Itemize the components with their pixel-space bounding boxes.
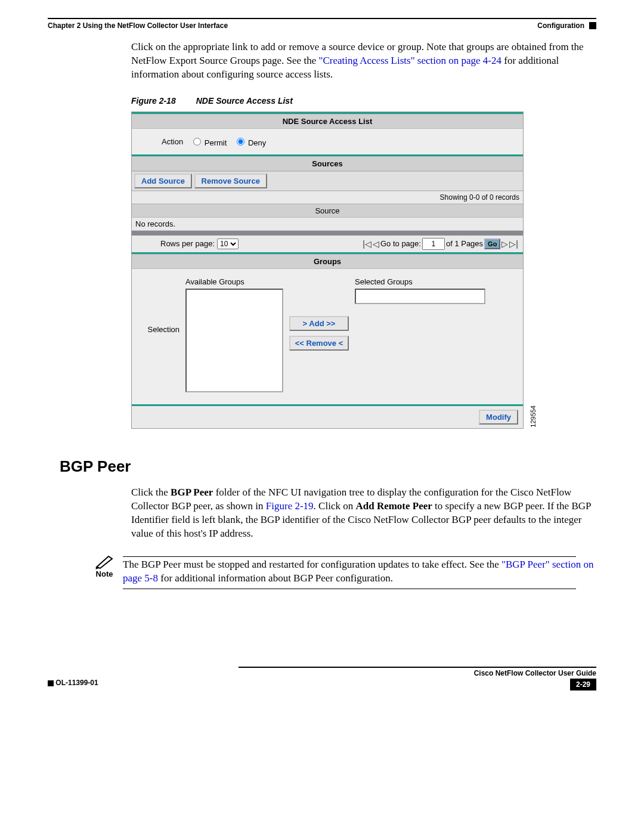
goto-page-input[interactable] <box>422 238 445 250</box>
source-column-header: Source <box>132 204 523 218</box>
next-page-icon[interactable]: ▷ <box>501 239 508 249</box>
note-label: Note <box>96 569 113 578</box>
header-section: Configuration <box>537 21 584 30</box>
section-heading-bgp-peer: BGP Peer <box>60 457 596 476</box>
figure-2-19-link[interactable]: Figure 2-19 <box>266 500 314 512</box>
available-groups-list[interactable] <box>185 289 283 392</box>
modify-button[interactable]: Modify <box>479 410 518 425</box>
header-chapter: Chapter 2 Using the NetFlow Collector Us… <box>48 21 228 30</box>
footer-marker-icon <box>48 680 54 686</box>
go-button[interactable]: Go <box>484 239 500 249</box>
page-number-badge: 2-29 <box>570 679 596 690</box>
permit-radio[interactable]: Permit <box>190 136 227 147</box>
rows-per-page-label: Rows per page: <box>160 239 215 248</box>
prev-page-icon[interactable]: ◁ <box>373 239 379 249</box>
sources-header: Sources <box>132 156 523 171</box>
deny-radio[interactable]: Deny <box>234 136 266 147</box>
note-icon <box>95 555 113 569</box>
bgp-peer-paragraph: Click the BGP Peer folder of the NFC UI … <box>131 486 596 541</box>
remove-source-button[interactable]: Remove Source <box>194 174 267 188</box>
last-page-icon[interactable]: ▷| <box>509 239 518 249</box>
header-marker-icon <box>589 22 596 29</box>
intro-paragraph: Click on the appropriate link to add or … <box>131 41 596 82</box>
groups-header: Groups <box>132 254 523 269</box>
panel-title: NDE Source Access List <box>132 114 523 129</box>
action-label: Action <box>162 137 183 146</box>
first-page-icon[interactable]: |◁ <box>363 239 371 249</box>
note-text: The BGP Peer must be stopped and restart… <box>123 558 596 586</box>
intro-xref-link[interactable]: "Creating Access Lists" section on page … <box>318 55 501 66</box>
figure-id-number: 129554 <box>530 405 537 428</box>
footer-doc-title: Cisco NetFlow Collector User Guide <box>474 669 596 677</box>
figure-caption: Figure 2-18NDE Source Access List <box>131 96 596 106</box>
add-group-button[interactable]: > Add >> <box>289 316 349 331</box>
footer-doc-id: OL-11399-01 <box>55 679 98 687</box>
available-groups-label: Available Groups <box>185 277 244 286</box>
goto-page-label: Go to page: <box>380 239 421 248</box>
of-pages-label: of 1 Pages <box>446 239 483 248</box>
rows-per-page-select[interactable]: 10 <box>217 239 239 249</box>
selected-groups-list[interactable] <box>355 289 485 304</box>
showing-records: Showing 0-0 of 0 records <box>132 191 523 204</box>
no-records-text: No records. <box>132 218 523 231</box>
selection-label: Selection <box>138 277 179 334</box>
selected-groups-label: Selected Groups <box>355 277 413 286</box>
figure-nde-source-access-list: NDE Source Access List Action Permit Den… <box>131 112 524 429</box>
add-source-button[interactable]: Add Source <box>134 174 192 188</box>
remove-group-button[interactable]: << Remove < <box>289 336 349 351</box>
